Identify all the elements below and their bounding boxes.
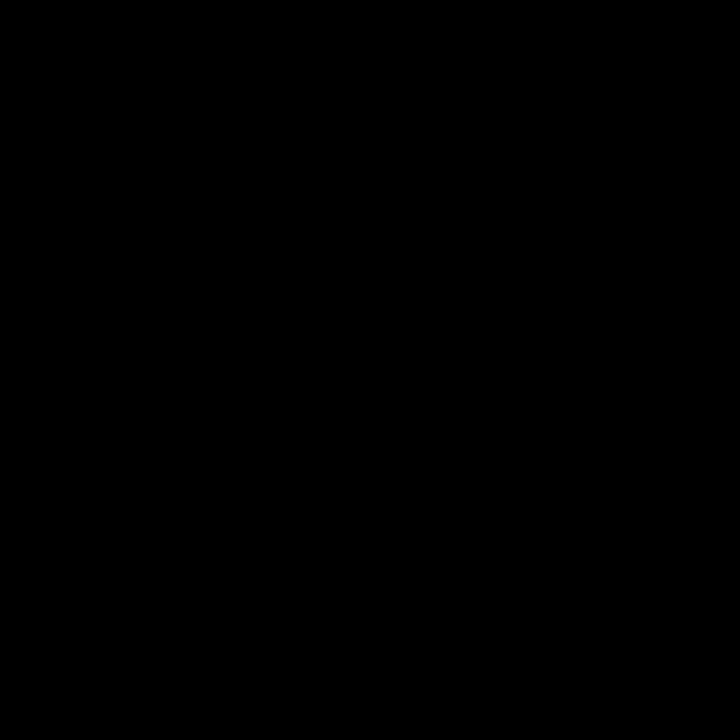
chart-container bbox=[0, 0, 728, 728]
bottleneck-chart-svg bbox=[0, 0, 728, 728]
